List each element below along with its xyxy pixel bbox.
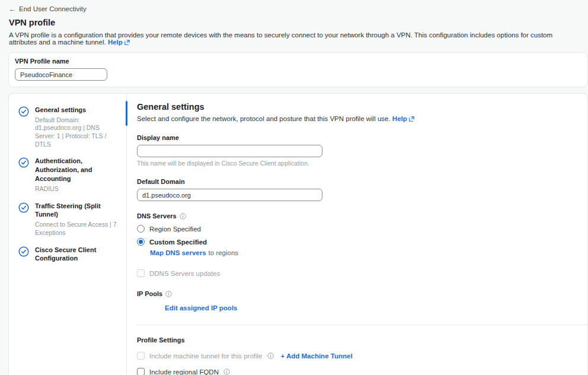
info-icon	[223, 368, 230, 375]
ddns-updates-label: DDNS Servers updates	[149, 270, 220, 277]
info-icon	[180, 213, 186, 220]
external-link-icon	[124, 39, 130, 46]
machine-tunnel-option[interactable]: Include machine tunnel for this profile …	[137, 352, 587, 360]
step-complete-icon	[18, 202, 29, 237]
edit-ip-pools-link[interactable]: Edit assigned IP pools	[165, 304, 237, 312]
step-authentication[interactable]: Authentication, Authorization, and Accou…	[18, 157, 120, 193]
step-complete-icon	[18, 106, 29, 148]
step-subtitle: RADIUS	[35, 185, 120, 193]
display-name-helper: This name will be displayed in Cisco Sec…	[137, 160, 587, 167]
step-complete-icon	[18, 246, 29, 263]
info-icon	[267, 352, 274, 359]
checkbox-unchecked-icon[interactable]	[137, 352, 145, 360]
page-help-link[interactable]: Help	[108, 39, 130, 46]
page-title: VPN profile	[9, 18, 579, 27]
step-title: Cisco Secure Client Configuration	[35, 246, 120, 263]
add-machine-tunnel-link[interactable]: + Add Machine Tunnel	[281, 352, 353, 360]
map-dns-row: Map DNS serversto regions	[150, 249, 587, 256]
map-dns-servers-link[interactable]: Map DNS servers	[150, 249, 206, 256]
step-title: General settings	[35, 106, 120, 115]
step-navigation: General settings Default Domain: d1.pseu…	[9, 94, 126, 375]
map-dns-suffix: to regions	[209, 249, 239, 256]
page-description: A VPN profile is a configuration that pr…	[9, 31, 579, 46]
dns-custom-label: Custom Specified	[149, 239, 207, 246]
ip-pools-label: IP Pools	[137, 290, 162, 297]
wizard-card: General settings Default Domain: d1.pseu…	[8, 93, 588, 375]
vpn-profile-page: ← End User Connectivity VPN profile A VP…	[0, 0, 588, 375]
default-domain-input[interactable]	[137, 189, 322, 201]
regional-fqdn-label: Include regional FQDN	[149, 368, 219, 375]
ip-pools-label-row: IP Pools	[137, 290, 172, 297]
profile-name-input[interactable]	[15, 68, 107, 81]
step-traffic-steering[interactable]: Traffic Steering (Split Tunnel) Connect …	[18, 202, 120, 237]
dns-servers-label: DNS Servers	[137, 212, 177, 220]
info-icon	[165, 291, 172, 297]
step-title: Traffic Steering (Split Tunnel)	[35, 202, 120, 220]
radio-unselected-icon[interactable]	[137, 225, 145, 233]
checkbox-unchecked-icon[interactable]	[137, 368, 145, 375]
profile-name-card: VPN Profile name	[8, 52, 588, 87]
section-help-link[interactable]: Help	[392, 115, 414, 122]
profile-settings-label: Profile Settings	[137, 336, 587, 344]
ddns-updates-option[interactable]: DDNS Servers updates	[137, 269, 587, 277]
profile-settings-group: Profile Settings Include machine tunnel …	[137, 336, 587, 375]
step-secure-client-config[interactable]: Cisco Secure Client Configuration	[18, 246, 120, 263]
step-subtitle: Default Domain: d1.pseudoco.org | DNS Se…	[35, 116, 120, 149]
general-settings-panel: General settings Select and configure th…	[127, 94, 587, 375]
dns-servers-group: DNS Servers Region Specified Custom Spec…	[137, 212, 587, 277]
page-header: ← End User Connectivity VPN profile A VP…	[0, 5, 588, 46]
stepper-divider	[126, 94, 127, 375]
display-name-input[interactable]	[137, 145, 322, 157]
ip-pools-link-row: Edit assigned IP pools	[165, 304, 587, 312]
dns-region-option[interactable]: Region Specified	[137, 225, 587, 233]
checkbox-unchecked-icon[interactable]	[137, 269, 145, 277]
section-title: General settings	[137, 102, 587, 112]
step-subtitle: Connect to Secure Access | 7 Exceptions	[35, 221, 120, 237]
ip-pools-group: IP Pools Edit assigned IP pools	[137, 290, 587, 312]
machine-tunnel-label: Include machine tunnel for this profile	[149, 352, 263, 360]
section-description: Select and configure the network, protoc…	[137, 115, 587, 123]
page-description-text: A VPN profile is a configuration that pr…	[9, 31, 552, 46]
dns-region-label: Region Specified	[149, 225, 201, 233]
step-general-settings[interactable]: General settings Default Domain: d1.pseu…	[18, 106, 120, 148]
display-name-field: Display name This name will be displayed…	[137, 134, 587, 167]
radio-selected-icon[interactable]	[137, 238, 145, 246]
section-description-text: Select and configure the network, protoc…	[137, 115, 391, 122]
display-name-label: Display name	[137, 134, 587, 141]
default-domain-field: Default Domain	[137, 178, 587, 201]
back-link[interactable]: ← End User Connectivity	[9, 5, 87, 13]
dns-custom-option[interactable]: Custom Specified	[137, 238, 587, 246]
profile-name-label: VPN Profile name	[15, 58, 581, 65]
regional-fqdn-option[interactable]: Include regional FQDN	[137, 368, 587, 375]
dns-servers-label-row: DNS Servers	[137, 212, 186, 220]
step-complete-icon	[18, 157, 29, 193]
default-domain-label: Default Domain	[137, 178, 587, 185]
section-divider	[137, 325, 587, 325]
active-step-indicator	[126, 101, 127, 126]
back-arrow-icon: ←	[9, 5, 16, 13]
external-link-icon	[409, 116, 414, 123]
step-title: Authentication, Authorization, and Accou…	[35, 157, 120, 183]
back-link-label: End User Connectivity	[19, 5, 87, 12]
